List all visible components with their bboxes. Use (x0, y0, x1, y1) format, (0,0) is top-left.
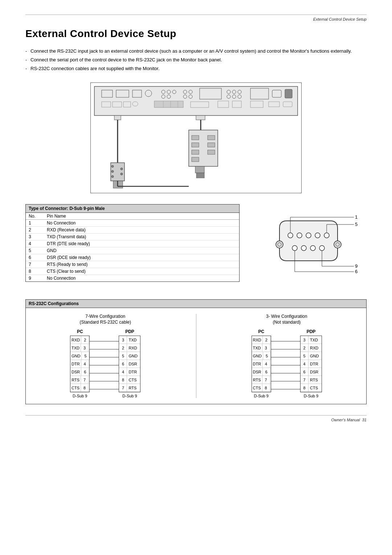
connector-table: No. Pin Name 1No Connection2RXD (Receive… (26, 213, 239, 281)
table-row: 5GND (26, 247, 239, 254)
svg-text:9: 9 (355, 263, 358, 269)
pin-row: GND 5 (252, 352, 271, 360)
pin-row: 2 RXD (301, 344, 322, 352)
3wire-pdp-box: 3 TXD 2 RXD 5 GND 4 DTR 6 DSR 7 RTS 8 CT… (300, 336, 322, 392)
pin-row: 6 DSR (119, 360, 140, 368)
svg-point-65 (334, 241, 341, 248)
pin-row: 2 RXD (119, 344, 140, 352)
7wire-title: 7-Wire Configuration (29, 314, 181, 319)
page-footer: Owner's Manual 31 (25, 418, 367, 422)
svg-point-63 (276, 241, 283, 248)
table-row: 6DSR (DCE side ready) (26, 254, 239, 261)
svg-point-43 (111, 170, 114, 173)
7wire-subtitle: (Standard RS-232C cable) (29, 320, 181, 325)
pin-row: 3 TXD (301, 336, 322, 344)
7wire-pdp-col: PDP 3 TXD 2 RXD 5 GND 6 DSR 4 DTR 8 CTS … (119, 329, 140, 398)
table-row: 4DTR (DTE side ready) (26, 240, 239, 247)
rs232-section: RS-232C Configurations 7-Wire Configurat… (25, 299, 367, 404)
7wire-diagram: PC RXD 2 TXD 3 GND 5 DTR 4 DSR 6 RTS 7 C… (29, 329, 181, 398)
svg-point-69 (306, 233, 311, 238)
pin-row: RXD 2 (70, 336, 89, 344)
svg-point-45 (121, 168, 123, 170)
pin-row: 6 DSR (301, 368, 322, 376)
7wire-pdp-box: 3 TXD 2 RXD 5 GND 6 DSR 4 DTR 8 CTS 7 RT… (119, 336, 140, 392)
pin-row: DSR 6 (252, 368, 271, 376)
left-section: Type of Connector: D-Sub 9-pin Male No. … (25, 204, 250, 288)
3wire-pc-label: PC (258, 329, 264, 334)
rs232-box: RS-232C Configurations 7-Wire Configurat… (25, 299, 367, 404)
pin-row: TXD 3 (252, 344, 271, 352)
3wire-pc-box: RXD 2 TXD 3 GND 5 DTR 4 DSR 6 RTS 7 CTS … (252, 336, 271, 392)
svg-point-46 (121, 173, 123, 175)
pin-row: 3 TXD (119, 336, 140, 344)
3wire-config: 3- Wire Configuration (Not standard) PC … (211, 314, 363, 398)
pin-row: 4 DTR (301, 360, 322, 368)
svg-rect-48 (196, 116, 205, 120)
config-divider (196, 314, 196, 398)
svg-point-75 (319, 246, 324, 251)
diagram-area (25, 82, 367, 193)
3wire-pdp-dsub: D-Sub 9 (304, 394, 318, 398)
bottom-rule (25, 415, 367, 416)
svg-rect-53 (192, 157, 199, 162)
3wire-lines (271, 337, 300, 393)
7wire-lines (90, 337, 119, 393)
3wire-diagram: PC RXD 2 TXD 3 GND 5 DTR 4 DSR 6 RTS 7 C… (211, 329, 363, 398)
rs232-title: RS-232C Configurations (26, 300, 366, 308)
table-row: 9No Connection (26, 275, 239, 282)
svg-rect-38 (114, 116, 121, 120)
pin-row: CTS 8 (252, 384, 271, 392)
svg-rect-60 (195, 166, 204, 173)
3wire-pc-col: PC RXD 2 TXD 3 GND 5 DTR 4 DSR 6 RTS 7 C… (252, 329, 271, 398)
7wire-config: 7-Wire Configuration (Standard RS-232C c… (29, 314, 181, 398)
pin-row: DTR 4 (70, 360, 89, 368)
page-header: External Control Device Setup (25, 17, 367, 21)
pin-row: RTS 7 (252, 376, 271, 384)
7wire-pc-box: RXD 2 TXD 3 GND 5 DTR 4 DSR 6 RTS 7 CTS … (70, 336, 90, 392)
3wire-pdp-label: PDP (307, 329, 316, 334)
3wire-subtitle: (Not standard) (211, 320, 363, 325)
pin-row: RXD 2 (252, 336, 271, 344)
page-title: External Control Device Setup (25, 28, 367, 40)
svg-point-73 (301, 246, 306, 251)
pin-row: 5 GND (119, 352, 140, 360)
intro-item-2: Connect the serial port of the control d… (25, 56, 367, 64)
svg-text:1: 1 (355, 214, 358, 220)
connector-title: Type of Connector: D-Sub 9-pin Male (26, 204, 239, 213)
footer-label: Owner's Manual (331, 418, 360, 422)
7wire-pc-dsub: D-Sub 9 (73, 394, 87, 398)
svg-text:5: 5 (355, 222, 358, 227)
svg-point-72 (292, 246, 297, 251)
svg-point-44 (111, 175, 114, 178)
pin-row: DTR 4 (252, 360, 271, 368)
3wire-pdp-col: PDP 3 TXD 2 RXD 5 GND 4 DTR 6 DSR 7 RTS … (300, 329, 322, 398)
connector-box: Type of Connector: D-Sub 9-pin Male No. … (25, 204, 240, 282)
3wire-title: 3- Wire Configuration (211, 314, 363, 319)
bottom-content: Type of Connector: D-Sub 9-pin Male No. … (25, 204, 367, 288)
svg-rect-0 (94, 86, 298, 116)
3wire-pc-dsub: D-Sub 9 (254, 394, 269, 398)
table-row: 7RTS (Ready to send) (26, 261, 239, 268)
monitor-diagram (90, 82, 302, 193)
pin-row: 7 RTS (119, 384, 140, 392)
col-header-no: No. (26, 213, 44, 220)
svg-point-74 (310, 246, 315, 251)
svg-point-70 (315, 233, 320, 238)
right-section: 1 5 9 6 (250, 204, 367, 288)
table-row: 1No Connection (26, 220, 239, 227)
intro-list: Connect the RS-232C input jack to an ext… (25, 48, 367, 72)
pin-row: GND 5 (70, 352, 89, 360)
col-header-pin: Pin Name (44, 213, 239, 220)
rs232-content: 7-Wire Configuration (Standard RS-232C c… (26, 308, 366, 404)
7wire-pdp-dsub: D-Sub 9 (122, 394, 137, 398)
pin-row: TXD 3 (70, 344, 89, 352)
pin-row: CTS 8 (70, 384, 89, 392)
pin-row: DSR 6 (70, 368, 89, 376)
pin-row: 8 CTS (119, 376, 140, 384)
svg-rect-62 (196, 173, 204, 178)
top-rule (25, 15, 367, 15)
pin-row: 5 GND (301, 352, 322, 360)
dsub-connector-svg: 1 5 9 6 (258, 214, 359, 279)
svg-point-71 (324, 233, 329, 238)
svg-rect-23 (285, 89, 292, 98)
